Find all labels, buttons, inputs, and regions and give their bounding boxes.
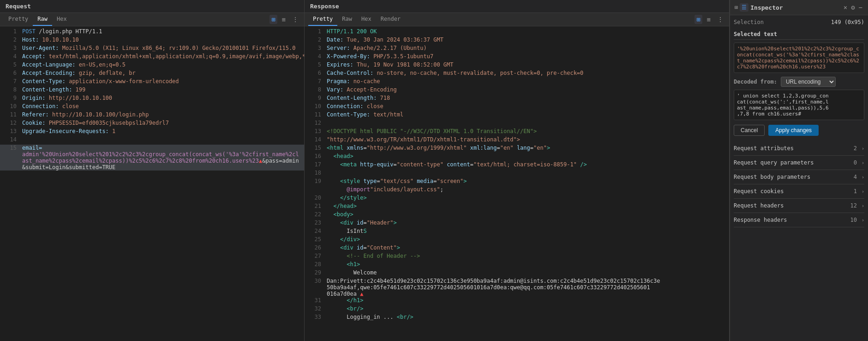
selected-text-title: Selected text (734, 29, 864, 40)
more-options-icon[interactable]: ⋮ (290, 15, 300, 24)
code-line: 10 Connection: close (305, 103, 729, 111)
section-request-attributes: Request attributes 2 › (734, 141, 864, 156)
tab-request-raw[interactable]: Raw (33, 13, 52, 26)
inspector-icon-grid2[interactable]: ⊞ (735, 4, 738, 11)
code-line: @import"includes/layout.css"; (305, 186, 729, 195)
code-line: 17 <meta http-equiv="content-type" conte… (305, 161, 729, 170)
view-icon-lines[interactable]: ≡ (280, 15, 287, 24)
code-line: 23 <div id="Header"> (305, 219, 729, 228)
code-line: 32 <br/> (305, 305, 729, 314)
section-request-cookies-header[interactable]: Request cookies 1 › (734, 187, 864, 195)
response-tabs: Pretty Raw Hex Render ⊞ ≡ ⋮ (305, 13, 729, 26)
code-line: 33 Logging_in ... <br/> (305, 314, 729, 322)
code-line: 9 Content-Length: 718 (305, 95, 729, 103)
code-line: 10 Connection: close (0, 103, 304, 111)
selection-value: 149 (0x95) (831, 19, 864, 25)
code-line: 14 (0, 136, 304, 145)
section-request-body: Request body parameters 4 › (734, 170, 864, 184)
code-line: 3 Server: Apache/2.2.17 (Ubuntu) (305, 45, 729, 53)
code-line: 8 Content-Length: 199 (0, 86, 304, 95)
code-line: 27 <!-- End of Header --> (305, 253, 729, 261)
chevron-right-icon: › (862, 203, 864, 208)
code-line: 19 <style type="text/css" media="screen"… (305, 178, 729, 186)
code-line: 25 </div> (305, 236, 729, 244)
code-line: 4 X-Powered-By: PHP/5.3.5-1ubuntu7 (305, 53, 729, 61)
decoded-from-label: Decoded from: (734, 79, 777, 85)
code-line: 6 Cache-Control: no-store, no-cache, mus… (305, 70, 729, 78)
inspector-minimize-icon[interactable]: − (858, 3, 863, 12)
code-line: 20 </style> (305, 195, 729, 203)
decoded-from-row: Decoded from: URL encoding Base64 HTML e… (734, 77, 864, 87)
code-line: 4 Accept: text/html,application/xhtml+xm… (0, 53, 304, 61)
code-line: 16 <head> (305, 153, 729, 161)
section-request-attributes-header[interactable]: Request attributes 2 › (734, 144, 864, 152)
apply-changes-button[interactable]: Apply changes (768, 125, 819, 136)
code-line: 28 <h1> (305, 261, 729, 269)
code-line: 12 (305, 120, 729, 128)
section-request-headers-header[interactable]: Request headers 12 › (734, 201, 864, 210)
section-request-cookies: Request cookies 1 › (734, 184, 864, 199)
view-icon-grid-resp[interactable]: ⊞ (694, 15, 702, 24)
code-line: 14 "http://www.w3.org/TR/xhtml1/DTD/xhtm… (305, 136, 729, 145)
response-panel-title: Response (305, 0, 729, 13)
code-line: 26 <div id="Content"> (305, 244, 729, 253)
tab-request-pretty[interactable]: Pretty (4, 13, 33, 26)
code-line: 9 Origin: http://10.10.10.100 (0, 95, 304, 103)
section-request-query-header[interactable]: Request query parameters 0 › (734, 158, 864, 167)
view-icon-grid[interactable]: ⊞ (269, 15, 277, 24)
code-line: 13 <!DOCTYPE html PUBLIC "-//W3C//DTD XH… (305, 128, 729, 136)
code-line-body: 15 email=admin'%20Union%20select%201%2c2… (0, 145, 304, 170)
code-line: 18 (305, 170, 729, 178)
chevron-right-icon: › (862, 146, 864, 151)
tab-request-hex[interactable]: Hex (52, 13, 72, 26)
code-line: 11 Referer: http://10.10.10.100/login.ph… (0, 111, 304, 120)
more-options-icon-resp[interactable]: ⋮ (715, 15, 725, 24)
section-response-headers: Response headers 10 › (734, 213, 864, 227)
inspector-panel: ⊞ ☰ Inspector × ⚙ − Selection 149 (0x95)… (730, 0, 868, 341)
chevron-right-icon: › (862, 160, 864, 165)
inspector-icon-group: × ⚙ − (843, 3, 863, 12)
inspector-settings-icon[interactable]: ⚙ (850, 3, 856, 12)
code-line: 7 Content-Type: application/x-www-form-u… (0, 78, 304, 86)
selected-text-box: '%20union%20select%201%2c2%2c3%2cgroup_c… (734, 43, 864, 73)
code-line: 2 Date: Tue, 30 Jan 2024 03:36:37 GMT (305, 37, 729, 45)
code-line: 3 User-Agent: Mozilla/5.0 (X11; Linux x8… (0, 45, 304, 53)
code-line: 6 Accept-Encoding: gzip, deflate, br (0, 70, 304, 78)
request-tabs: Pretty Raw Hex ⊞ ≡ ⋮ (0, 13, 304, 26)
tab-response-hex[interactable]: Hex (357, 13, 376, 26)
section-request-query: Request query parameters 0 › (734, 156, 864, 170)
code-line: 11 Content-Type: text/html (305, 111, 729, 120)
section-response-headers-header[interactable]: Response headers 10 › (734, 216, 864, 224)
code-line: 15 <html xmlns="http://www.w3.org/1999/x… (305, 145, 729, 153)
request-code-area: 1 POST /login.php HTTP/1.1 2 Host: 10.10… (0, 26, 304, 341)
code-line: 13 Upgrade-Insecure-Requests: 1 (0, 128, 304, 136)
code-line: 1 POST /login.php HTTP/1.1 (0, 28, 304, 37)
section-request-headers: Request headers 12 › (734, 199, 864, 213)
tab-response-render[interactable]: Render (376, 13, 405, 26)
tab-response-raw[interactable]: Raw (337, 13, 357, 26)
decoded-text-box: ' union select 1,2,3,group_con cat(conca… (734, 90, 864, 120)
code-line: 31 </h1> (305, 297, 729, 305)
inspector-icon-list[interactable]: ☰ (740, 3, 748, 12)
tab-response-pretty[interactable]: Pretty (308, 13, 337, 26)
selection-label: Selection (734, 19, 764, 25)
response-panel: Response Pretty Raw Hex Render ⊞ ≡ ⋮ 1 H… (305, 0, 730, 341)
code-line: 5 Expires: Thu, 19 Nov 1981 08:52:00 GMT (305, 61, 729, 70)
code-line: 22 <body> (305, 211, 729, 219)
view-icon-lines-resp[interactable]: ≡ (705, 15, 712, 24)
cancel-button[interactable]: Cancel (734, 125, 765, 136)
inspector-body: Selection 149 (0x95) Selected text '%20u… (730, 15, 868, 341)
code-line: 29 Welcome (305, 269, 729, 278)
chevron-right-icon: › (862, 189, 864, 194)
chevron-right-icon: › (862, 175, 864, 180)
selection-row: Selection 149 (0x95) (734, 19, 864, 25)
inspector-title: Inspector (750, 4, 842, 11)
request-panel: Request Pretty Raw Hex ⊞ ≡ ⋮ 1 POST /log… (0, 0, 305, 341)
action-buttons-row: Cancel Apply changes (734, 125, 864, 136)
decoded-encoding-select[interactable]: URL encoding Base64 HTML encoding (781, 77, 836, 87)
inspector-close-icon[interactable]: × (843, 3, 848, 12)
section-request-body-header[interactable]: Request body parameters 4 › (734, 173, 864, 181)
code-line: 8 Vary: Accept-Encoding (305, 86, 729, 95)
code-line: 5 Accept-Language: en-US,en;q=0.5 (0, 61, 304, 70)
code-line: 12 Cookie: PHPSESSID=efd0035cjkusebpsl1a… (0, 120, 304, 128)
